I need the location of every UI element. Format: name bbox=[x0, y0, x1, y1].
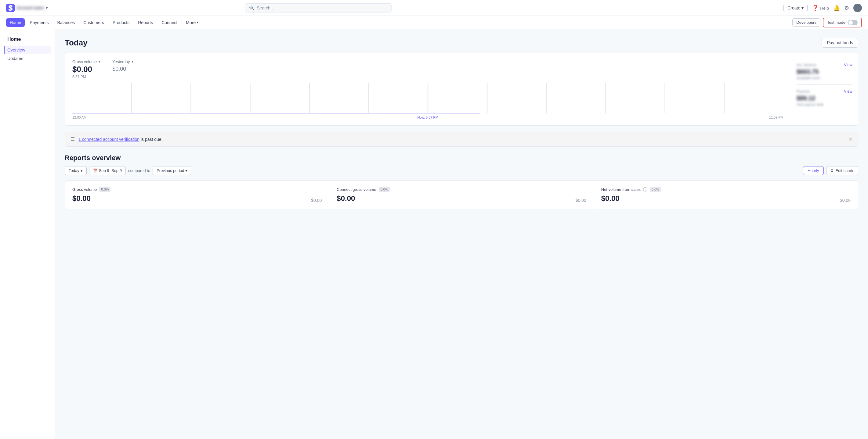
chart-start-label: 12:00 AM bbox=[72, 115, 86, 119]
period-button[interactable]: Today ▾ bbox=[65, 166, 87, 175]
right-item-balance: est. balance View $663.75 available soon bbox=[797, 58, 852, 85]
gross-volume-label[interactable]: Gross volume ▾ bbox=[72, 60, 100, 64]
nav-item-reports[interactable]: Reports bbox=[134, 18, 157, 27]
gross-volume-card-compare: $0.00 bbox=[311, 198, 322, 203]
yesterday-label[interactable]: Yesterday ▾ bbox=[112, 60, 133, 64]
payout-button[interactable]: Pay out funds bbox=[822, 38, 858, 47]
payouts-sub: next payout date bbox=[797, 102, 852, 107]
create-chevron-icon: ▾ bbox=[802, 5, 804, 10]
help-link[interactable]: ❓ Help bbox=[812, 5, 829, 11]
compared-to-label: compared to bbox=[128, 168, 150, 173]
topbar: Account name ▾ 🔍 Search... Create ▾ ❓ He… bbox=[0, 0, 868, 16]
gross-volume-chevron-icon: ▾ bbox=[99, 60, 100, 63]
main-content: Today Pay out funds Gross volume ▾ $0.00… bbox=[55, 29, 868, 439]
balance-value: $663.75 bbox=[797, 68, 852, 75]
help-icon: ❓ bbox=[812, 5, 818, 11]
alert-icon: ☰ bbox=[70, 136, 75, 142]
gear-icon: ⚙ bbox=[830, 168, 834, 173]
net-volume-card-label: Net volume from sales i 0.0% bbox=[601, 187, 850, 192]
sidebar-item-updates[interactable]: Updates bbox=[4, 54, 51, 63]
balance-view-link[interactable]: View bbox=[844, 63, 852, 67]
alert-banner: ☰ 1 connected account verification is pa… bbox=[65, 132, 858, 147]
chart-area bbox=[72, 83, 783, 114]
chart-end-label: 11:59 PM bbox=[769, 115, 783, 119]
gross-volume-time: 5:37 PM bbox=[72, 75, 100, 79]
nav-item-balances[interactable]: Balances bbox=[54, 18, 79, 27]
right-item-payouts-header: Payouts View bbox=[797, 89, 852, 94]
nav-item-more[interactable]: More ▾ bbox=[182, 18, 203, 27]
chart-metrics: Gross volume ▾ $0.00 5:37 PM Yesterday ▾… bbox=[72, 60, 783, 79]
chart-right-panel: est. balance View $663.75 available soon… bbox=[791, 53, 858, 125]
today-title: Today bbox=[65, 38, 88, 47]
test-mode-toggle[interactable] bbox=[848, 20, 858, 25]
test-mode-control: Test mode bbox=[823, 18, 862, 28]
create-button[interactable]: Create ▾ bbox=[783, 4, 808, 12]
chart-svg bbox=[72, 83, 783, 114]
connect-volume-card-row: $0.00 $0.00 bbox=[337, 194, 586, 203]
nav-item-home[interactable]: Home bbox=[6, 18, 25, 27]
avatar[interactable] bbox=[854, 4, 862, 12]
gross-volume-value: $0.00 bbox=[72, 65, 100, 74]
previous-period-chevron-icon: ▾ bbox=[185, 168, 187, 173]
net-volume-card-row: $0.00 $0.00 bbox=[601, 194, 850, 203]
connect-volume-card-label: Connect gross volume 0.0% bbox=[337, 187, 586, 192]
main-nav: Home Payments Balances Customers Product… bbox=[0, 16, 868, 29]
gross-volume-card-row: $0.00 $0.00 bbox=[72, 194, 322, 203]
settings-icon[interactable]: ⚙ bbox=[844, 5, 849, 11]
nav-item-customers[interactable]: Customers bbox=[80, 18, 108, 27]
yesterday-metric: Yesterday ▾ $0.00 bbox=[112, 60, 133, 79]
developers-button[interactable]: Developers bbox=[792, 18, 820, 27]
nav-item-payments[interactable]: Payments bbox=[26, 18, 52, 27]
test-mode-label: Test mode bbox=[827, 20, 845, 25]
gross-volume-badge: 0.0% bbox=[99, 187, 111, 192]
metric-cards: Gross volume 0.0% $0.00 $0.00 Connect gr… bbox=[65, 180, 858, 209]
alert-close-icon[interactable]: ✕ bbox=[848, 136, 852, 142]
balance-sub: available soon bbox=[797, 76, 852, 80]
alert-text: 1 connected account verification is past… bbox=[79, 137, 845, 142]
reports-title: Reports overview bbox=[65, 154, 858, 162]
sidebar-item-overview[interactable]: Overview bbox=[4, 46, 51, 54]
gross-volume-card-label: Gross volume 0.0% bbox=[72, 187, 322, 192]
metric-card-gross-volume: Gross volume 0.0% $0.00 $0.00 bbox=[65, 181, 329, 209]
reports-controls: Today ▾ 📅 Sep 9–Sep 9 compared to Previo… bbox=[65, 166, 858, 175]
gross-volume-card-value: $0.00 bbox=[72, 194, 91, 203]
sidebar-title: Home bbox=[4, 35, 51, 46]
alert-link[interactable]: 1 connected account verification bbox=[79, 137, 140, 142]
today-header: Today Pay out funds bbox=[65, 38, 858, 47]
connect-volume-card-compare: $0.00 bbox=[576, 198, 586, 203]
yesterday-value: $0.00 bbox=[112, 66, 133, 72]
payouts-value: $89.12 bbox=[797, 95, 852, 102]
gross-volume-metric: Gross volume ▾ $0.00 5:37 PM bbox=[72, 60, 100, 79]
nav-item-connect[interactable]: Connect bbox=[158, 18, 181, 27]
sidebar: Home Overview Updates bbox=[0, 29, 55, 439]
nav-item-products[interactable]: Products bbox=[109, 18, 133, 27]
more-chevron-icon: ▾ bbox=[197, 21, 199, 24]
search-icon: 🔍 bbox=[249, 5, 254, 10]
right-item-payouts: Payouts View $89.12 next payout date bbox=[797, 85, 852, 111]
metric-card-net-volume: Net volume from sales i 0.0% $0.00 $0.00 bbox=[594, 181, 858, 209]
logo[interactable]: Account name ▾ bbox=[6, 4, 48, 12]
date-range-button[interactable]: 📅 Sep 9–Sep 9 bbox=[89, 166, 126, 175]
topbar-right: Create ▾ ❓ Help 🔔 ⚙ bbox=[783, 4, 862, 12]
search-placeholder: Search... bbox=[257, 5, 274, 10]
search-bar[interactable]: 🔍 Search... bbox=[245, 3, 392, 12]
chart-labels: 12:00 AM Now, 5:37 PM 11:59 PM bbox=[72, 115, 783, 119]
right-item-balance-header: est. balance View bbox=[797, 63, 852, 67]
nav-right: Developers Test mode bbox=[792, 18, 862, 28]
chart-now-label: Now, 5:37 PM bbox=[417, 115, 438, 119]
previous-period-button[interactable]: Previous period ▾ bbox=[153, 166, 191, 175]
balance-label: est. balance bbox=[797, 63, 816, 67]
metric-card-connect-volume: Connect gross volume 0.0% $0.00 $0.00 bbox=[329, 181, 594, 209]
period-chevron-icon: ▾ bbox=[81, 168, 83, 173]
hourly-button[interactable]: Hourly bbox=[803, 166, 824, 175]
connect-volume-badge: 0.0% bbox=[379, 187, 390, 192]
net-volume-info-icon[interactable]: i bbox=[643, 187, 647, 192]
reports-overview: Reports overview Today ▾ 📅 Sep 9–Sep 9 c… bbox=[65, 154, 858, 209]
notifications-icon[interactable]: 🔔 bbox=[833, 5, 840, 11]
payouts-view-link[interactable]: View bbox=[844, 89, 852, 94]
edit-charts-button[interactable]: ⚙ Edit charts bbox=[826, 166, 858, 175]
net-volume-badge: 0.0% bbox=[650, 187, 661, 192]
connect-volume-card-value: $0.00 bbox=[337, 194, 355, 203]
account-name: Account name bbox=[17, 5, 44, 10]
account-dropdown-icon[interactable]: ▾ bbox=[46, 6, 48, 10]
